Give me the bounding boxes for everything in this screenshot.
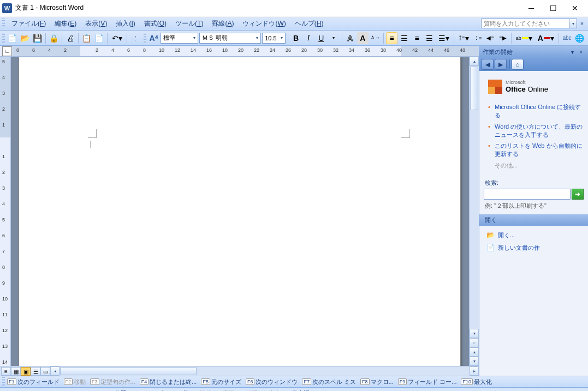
- menu-v[interactable]: 表示(V): [81, 17, 111, 30]
- taskpane-more-link[interactable]: その他...: [487, 160, 584, 171]
- prev-page-button[interactable]: ▴: [470, 347, 479, 357]
- fn-f2[interactable]: F2移動: [64, 378, 86, 386]
- normal-view-button[interactable]: ≡: [1, 367, 11, 376]
- fn-f7[interactable]: F7次のスペル ミス: [302, 378, 356, 386]
- nav-forward-button[interactable]: ▶: [495, 59, 507, 70]
- increase-indent-button[interactable]: ≡▶: [497, 32, 509, 44]
- align-justify-button[interactable]: ≡: [386, 32, 397, 44]
- menu-a[interactable]: 罫線(A): [207, 17, 238, 30]
- style-aa-icon[interactable]: A⁴: [148, 32, 159, 44]
- new-button[interactable]: 📄: [7, 32, 18, 44]
- paste-button[interactable]: 📄: [93, 32, 105, 44]
- save-button[interactable]: 💾: [32, 32, 43, 44]
- browse-object-button[interactable]: ○: [470, 338, 479, 347]
- permission-button[interactable]: 🔒: [48, 32, 60, 44]
- font-dropdown[interactable]: ＭＳ 明朝▾: [199, 33, 261, 44]
- numbered-list-button[interactable]: ⋮≡: [472, 32, 484, 44]
- menubar: ファイル(F)編集(E)表示(V)挿入(I)書式(O)ツール(T)罫線(A)ウィ…: [0, 16, 588, 31]
- line-spacing-button[interactable]: ‡≡▾: [456, 32, 471, 44]
- style-dropdown[interactable]: 標準▾: [161, 33, 198, 44]
- close-button[interactable]: ✕: [564, 1, 586, 16]
- document-canvas[interactable]: [11, 57, 469, 366]
- underline-button[interactable]: U: [316, 32, 327, 44]
- help-close[interactable]: ×: [578, 20, 586, 27]
- help-dropdown[interactable]: ▾: [569, 19, 577, 28]
- reading-view-button[interactable]: ▭: [40, 367, 50, 376]
- toolbar-options[interactable]: ⋮: [129, 32, 141, 44]
- print-button[interactable]: 🖨: [64, 32, 76, 44]
- scroll-down-button[interactable]: ▾: [470, 329, 479, 338]
- minimize-button[interactable]: ─: [520, 1, 542, 16]
- next-page-button[interactable]: ▾: [470, 357, 479, 366]
- open-file-link[interactable]: 📂開く...: [485, 229, 583, 242]
- office-online-logo: MicrosoftOffice Online: [488, 80, 584, 94]
- font-color-button[interactable]: A▾: [536, 32, 556, 44]
- ruby-button[interactable]: abc: [561, 32, 573, 44]
- horizontal-ruler[interactable]: ∟ 86422468101214161820222426283032343638…: [0, 46, 479, 57]
- menu-h[interactable]: ヘルプ(H): [290, 17, 328, 30]
- taskpane-title: 作業の開始: [483, 48, 513, 56]
- horizontal-scrollbar[interactable]: ◂ ▸: [50, 366, 479, 376]
- scroll-up-button[interactable]: ▴: [470, 57, 479, 66]
- taskpane-search-go[interactable]: ➔: [572, 189, 584, 200]
- menu-t[interactable]: ツール(T): [171, 17, 207, 30]
- maximize-button[interactable]: ☐: [542, 1, 564, 16]
- copy-button[interactable]: 📋: [81, 32, 92, 44]
- web-view-button[interactable]: ▦: [11, 367, 21, 376]
- taskpane-link-0[interactable]: Microsoft Office Online に接続する: [487, 101, 584, 121]
- menu-f[interactable]: ファイル(F): [7, 17, 50, 30]
- fn-f9[interactable]: F9フィールド コー...: [398, 378, 457, 386]
- help-input[interactable]: [481, 19, 569, 28]
- italic-button[interactable]: I: [303, 32, 314, 44]
- new-document-link[interactable]: 📄新しい文書の作: [485, 242, 583, 254]
- highlight-button[interactable]: ab▾: [514, 32, 534, 44]
- print-view-button[interactable]: ▣: [21, 367, 31, 376]
- bold-button[interactable]: B: [290, 32, 302, 44]
- align-distribute-button[interactable]: ☰▾: [436, 32, 452, 44]
- menu-o[interactable]: 書式(O): [140, 17, 171, 30]
- char-scale-button[interactable]: Ａ↔: [370, 32, 381, 44]
- research-button[interactable]: 🌐: [574, 32, 585, 44]
- scroll-left-button[interactable]: ◂: [50, 366, 60, 376]
- taskpane-link-1[interactable]: Word の使い方について、最新のニュースを入手する: [487, 121, 584, 141]
- align-center-button[interactable]: ≡: [411, 32, 423, 44]
- nav-home-button[interactable]: ⌂: [512, 59, 524, 70]
- scroll-thumb[interactable]: [470, 67, 478, 110]
- fn-f3[interactable]: F3定型句の作...: [90, 378, 135, 386]
- undo-button[interactable]: ↶▾: [110, 32, 124, 44]
- fn-f8[interactable]: F8マクロ...: [360, 378, 394, 386]
- taskpane-close-button[interactable]: ×: [577, 48, 585, 56]
- align-right-button[interactable]: ☰: [424, 32, 435, 44]
- outline-view-button[interactable]: ☰: [31, 367, 40, 376]
- fnbar-grip[interactable]: [2, 377, 5, 386]
- menu-w[interactable]: ウィンドウ(W): [238, 17, 290, 30]
- menu-i[interactable]: 挿入(I): [111, 17, 139, 30]
- shaded-a-button[interactable]: A: [357, 32, 369, 44]
- fn-f1[interactable]: F1次のフィールド: [7, 378, 60, 386]
- taskpane-search-input[interactable]: [484, 189, 571, 200]
- taskpane-menu-button[interactable]: ▾: [568, 48, 576, 56]
- fn-f10[interactable]: F10最大化: [461, 378, 492, 386]
- outline-a-button[interactable]: A: [345, 32, 356, 44]
- toolbar2-grip[interactable]: [144, 33, 146, 44]
- menubar-grip[interactable]: [2, 19, 5, 28]
- fn-f4[interactable]: F4閉じるまたは終...: [140, 378, 197, 386]
- toolbar-grip[interactable]: [2, 33, 5, 44]
- page[interactable]: [19, 57, 461, 366]
- taskpane-link-2[interactable]: このリストを Web から自動的に更新する: [487, 140, 584, 160]
- nav-back-button[interactable]: ◀: [482, 59, 494, 70]
- fn-f6[interactable]: F6次のウィンドウ: [246, 378, 298, 386]
- menu-e[interactable]: 編集(E): [50, 17, 81, 30]
- font-size-dropdown[interactable]: 10.5▾: [262, 33, 285, 44]
- help-search: ▾ ×: [481, 19, 586, 28]
- hscroll-thumb[interactable]: [60, 367, 197, 375]
- align-left-button[interactable]: ☰: [399, 32, 410, 44]
- open-button[interactable]: 📂: [19, 32, 31, 44]
- tab-selector[interactable]: ∟: [2, 46, 12, 56]
- decrease-indent-button[interactable]: ◀≡: [485, 32, 496, 44]
- scroll-right-button[interactable]: ▸: [470, 366, 479, 376]
- vertical-ruler[interactable]: 5432112345678910111213141516: [0, 57, 11, 366]
- text-cursor: [91, 141, 91, 148]
- vertical-scrollbar[interactable]: ▴ ▾ ○ ▴ ▾: [469, 57, 479, 366]
- fn-f5[interactable]: F5元のサイズ: [201, 378, 241, 386]
